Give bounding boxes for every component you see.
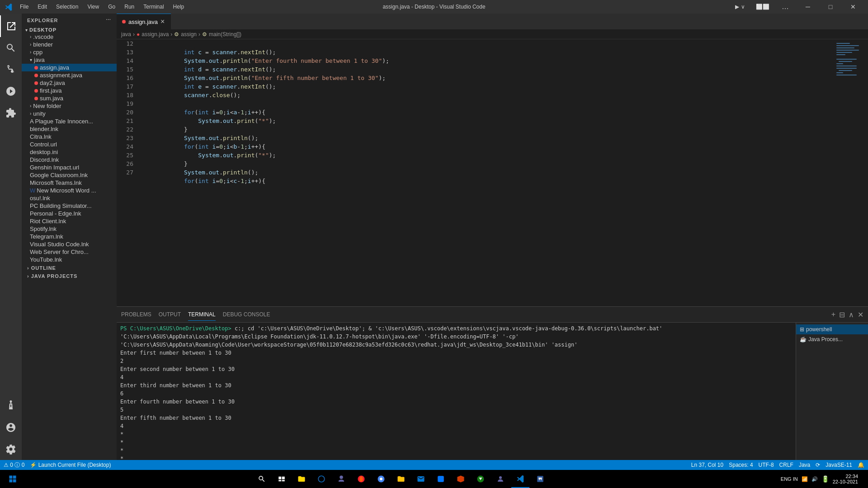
breadcrumb-file[interactable]: ● — [137, 31, 140, 38]
errors-warnings[interactable]: ⚠ 0 ⓘ 0 — [4, 461, 24, 469]
menu-run[interactable]: Run — [121, 3, 138, 11]
file-spotify-lnk[interactable]: Spotify.lnk — [22, 225, 117, 233]
taskbar-folder[interactable] — [392, 470, 410, 488]
close-button[interactable]: ✕ — [843, 0, 863, 14]
taskbar-volume[interactable]: 🔊 — [811, 476, 818, 482]
sidebar-more-button[interactable]: ⋯ — [106, 17, 111, 23]
activity-source-control[interactable] — [0, 59, 22, 80]
line-ending[interactable]: CRLF — [779, 462, 793, 468]
terminal-content[interactable]: PS C:\Users\ASUS\OneDrive\Desktop> c:; c… — [117, 323, 796, 460]
taskbar-mail[interactable] — [412, 470, 430, 488]
terminal-session-powershell[interactable]: ⊞ powershell — [796, 324, 868, 334]
file-telegram-lnk[interactable]: Telegram.lnk — [22, 233, 117, 240]
breadcrumb-class-name[interactable]: assign — [181, 31, 197, 38]
file-citra-lnk[interactable]: Citra.lnk — [22, 133, 117, 141]
file-day2-java[interactable]: day2.java — [22, 79, 117, 87]
folder-blender[interactable]: › blender — [22, 41, 117, 48]
taskbar-search[interactable] — [253, 470, 271, 488]
file-web-server[interactable]: Web Server for Chro... — [22, 248, 117, 256]
file-first-java[interactable]: first.java — [22, 87, 117, 94]
new-terminal-button[interactable]: + — [831, 310, 835, 319]
taskbar-office[interactable] — [452, 470, 470, 488]
activity-run[interactable] — [0, 80, 22, 102]
split-terminal-button[interactable]: ⊟ — [839, 310, 845, 319]
close-panel-button[interactable]: ✕ — [858, 310, 863, 319]
file-osu-lnk[interactable]: osu!.lnk — [22, 194, 117, 202]
file-plague-tale[interactable]: A Plague Tale Innocen... — [22, 117, 117, 125]
java-version[interactable]: JavaSE-11 — [826, 462, 852, 468]
more-actions-button[interactable]: … — [775, 0, 796, 14]
taskbar-wifi[interactable]: 📶 — [802, 476, 808, 482]
file-desktop-ini[interactable]: desktop.ini — [22, 148, 117, 156]
taskbar-opera[interactable] — [352, 470, 370, 488]
taskbar-chrome[interactable] — [372, 470, 390, 488]
file-blender-lnk[interactable]: blender.lnk — [22, 125, 117, 133]
folder-unity[interactable]: › unity — [22, 110, 117, 117]
activity-extensions[interactable] — [0, 102, 22, 124]
menu-terminal[interactable]: Terminal — [140, 3, 167, 11]
tab-close-button[interactable]: × — [160, 18, 165, 26]
activity-explorer[interactable] — [0, 15, 22, 37]
file-pc-building[interactable]: PC Building Simulator... — [22, 202, 117, 210]
taskbar-metabit[interactable] — [432, 470, 450, 488]
taskbar-lang[interactable]: ENG IN — [781, 476, 798, 482]
breadcrumb-filename[interactable]: assign.java — [142, 31, 169, 38]
file-personal-edge-lnk[interactable]: Personal - Edge.lnk — [22, 210, 117, 217]
file-encoding[interactable]: UTF-8 — [759, 462, 774, 468]
taskbar-clock[interactable]: 22:34 22-10-2021 — [833, 474, 858, 484]
language-mode[interactable]: Java — [799, 462, 810, 468]
menu-go[interactable]: Go — [104, 3, 119, 11]
file-riot-lnk[interactable]: Riot Client.lnk — [22, 217, 117, 225]
split-editor-button[interactable]: ⬜⬜ — [752, 0, 773, 14]
folder-vscode[interactable]: › .vscode — [22, 33, 117, 41]
folder-new[interactable]: › New folder — [22, 102, 117, 110]
taskbar-xbox[interactable] — [472, 470, 490, 488]
maximize-button[interactable]: □ — [820, 0, 841, 14]
panel-tab-debug[interactable]: DEBUG CONSOLE — [223, 309, 270, 321]
taskbar-task-view[interactable] — [273, 470, 291, 488]
taskbar-teams[interactable] — [332, 470, 350, 488]
panel-tab-problems[interactable]: PROBLEMS — [121, 309, 151, 321]
menu-file[interactable]: File — [16, 3, 32, 11]
folder-java[interactable]: ▾ java — [22, 56, 117, 64]
file-vscode-lnk[interactable]: Visual Studio Code.lnk — [22, 240, 117, 248]
activity-settings[interactable] — [0, 438, 22, 460]
panel-tab-terminal[interactable]: TERMINAL — [188, 309, 216, 321]
taskbar-teams2[interactable] — [491, 470, 509, 488]
menu-selection[interactable]: Selection — [52, 3, 82, 11]
sync-icon[interactable]: ⟳ — [816, 462, 820, 468]
java-projects-section[interactable]: › JAVA PROJECTS — [22, 272, 117, 280]
file-new-word-doc[interactable]: WNew Microsoft Word ... — [22, 187, 117, 194]
file-youtube-lnk[interactable]: YouTube.lnk — [22, 256, 117, 263]
activity-testing[interactable] — [0, 395, 22, 417]
file-assignment-java[interactable]: assignment.java — [22, 71, 117, 79]
folder-desktop[interactable]: ▾ DESKTOP — [22, 27, 117, 33]
minimize-button[interactable]: ─ — [797, 0, 818, 14]
file-sum-java[interactable]: sum.java — [22, 94, 117, 102]
launch-current-file[interactable]: ⚡ Launch Current File (Desktop) — [30, 462, 111, 468]
file-genshin-url[interactable]: Genshin Impact.url — [22, 164, 117, 171]
taskbar-vscode[interactable] — [511, 470, 529, 488]
activity-accounts[interactable] — [0, 417, 22, 438]
folder-cpp[interactable]: › cpp — [22, 48, 117, 56]
file-ms-teams-lnk[interactable]: Microsoft Teams.lnk — [22, 179, 117, 187]
indentation[interactable]: Spaces: 4 — [729, 462, 753, 468]
file-discord-lnk[interactable]: Discord.lnk — [22, 156, 117, 164]
taskbar-battery[interactable]: 🔋 — [821, 475, 829, 483]
start-button[interactable] — [4, 470, 22, 488]
breadcrumb-java[interactable]: java — [121, 31, 131, 38]
breadcrumb-method[interactable]: main(String[]) — [209, 31, 241, 38]
menu-help[interactable]: Help — [170, 3, 188, 11]
outline-section[interactable]: › OUTLINE — [22, 263, 117, 272]
cursor-position[interactable]: Ln 37, Col 10 — [691, 462, 723, 468]
taskbar-edge[interactable] — [312, 470, 330, 488]
menu-edit[interactable]: Edit — [34, 3, 51, 11]
panel-tab-output[interactable]: OUTPUT — [159, 309, 181, 321]
terminal-session-java[interactable]: ☕ Java Proces... — [796, 334, 868, 344]
notifications-icon[interactable]: 🔔 — [858, 462, 864, 468]
taskbar-file-explorer[interactable] — [292, 470, 311, 488]
file-assign-java[interactable]: assign.java — [22, 64, 117, 71]
maximize-panel-button[interactable]: ∧ — [849, 310, 854, 319]
run-button[interactable]: ▶ ∨ — [730, 0, 750, 14]
menu-view[interactable]: View — [84, 3, 103, 11]
